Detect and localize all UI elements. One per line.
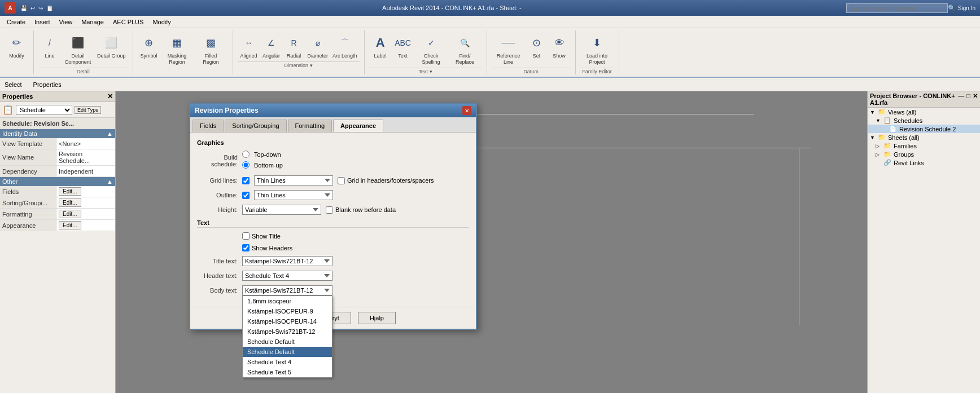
show-headers-checkbox[interactable] <box>242 244 250 251</box>
dropdown-item-4[interactable]: Schedule Default <box>243 337 332 347</box>
angular-icon: ∠ <box>262 34 281 52</box>
ribbon-btn-symbol[interactable]: ⊕ Symbol <box>138 33 160 67</box>
ribbon-btn-show[interactable]: 👁 Show <box>548 33 571 67</box>
ribbon-btn-diameter[interactable]: ⌀ Diameter <box>305 33 331 60</box>
close-icon[interactable]: ✕ <box>973 92 978 106</box>
revit-links-label: Revit Links <box>894 160 924 166</box>
select-dropdown[interactable]: Select <box>2 80 24 89</box>
sorting-grouping-value: Edit... <box>56 197 115 208</box>
dropdown-item-0[interactable]: 1.8mm isocpeur <box>243 296 332 306</box>
drawing-line-v2 <box>799 148 799 325</box>
masking-icon: ▦ <box>168 34 186 52</box>
formatting-edit-btn[interactable]: Edit... <box>59 210 81 218</box>
tree-item-families[interactable]: ▷ 📁 Families <box>868 142 980 150</box>
dropdown-item-6[interactable]: Schedule Text 4 <box>243 357 332 367</box>
tree-item-revit-links[interactable]: 🔗 Revit Links <box>868 158 980 167</box>
menu-modify[interactable]: Modify <box>148 17 175 27</box>
user-icon[interactable]: Sign In <box>958 5 975 11</box>
search-icon[interactable]: 🔍 <box>948 5 956 12</box>
tree-item-views[interactable]: ▼ 📁 Views (all) <box>868 108 980 116</box>
text-label: Text <box>398 53 408 59</box>
ribbon-btn-spelling[interactable]: ✓ Check Spelling <box>414 33 448 67</box>
bottom-up-radio[interactable] <box>242 161 250 169</box>
dialog-close-button[interactable]: ✕ <box>462 106 471 115</box>
ribbon-btn-modify[interactable]: ✏ Modify <box>6 33 28 60</box>
appearance-edit-btn[interactable]: Edit... <box>59 221 81 229</box>
show-title-checkbox[interactable] <box>242 232 250 240</box>
dropdown-item-1[interactable]: Kstämpel-ISOCPEUR-9 <box>243 306 332 316</box>
app-logo: A <box>5 2 16 14</box>
menu-insert[interactable]: Insert <box>30 17 55 27</box>
line-label: Line <box>45 53 54 59</box>
dropdown-item-5[interactable]: Schedule Default <box>243 347 332 357</box>
identity-data-toggle[interactable]: ▲ <box>107 130 113 137</box>
top-down-radio[interactable] <box>242 151 250 158</box>
ribbon-btn-load-project[interactable]: ⬇ Load into Project <box>580 33 614 67</box>
ribbon-btn-aligned[interactable]: ↔ Aligned <box>238 33 260 60</box>
outline-select[interactable]: Thin Lines <box>254 190 333 200</box>
properties-link[interactable]: Properties <box>31 80 64 89</box>
schedule-type-row: 📋 Schedule Edit Type <box>0 102 115 118</box>
tree-item-sheets[interactable]: ▼ 📁 Sheets (all) <box>868 133 980 142</box>
ribbon-btn-set[interactable]: ⊙ Set <box>526 33 548 67</box>
outline-checkbox[interactable] <box>242 192 250 199</box>
ribbon-btn-label[interactable]: A Label <box>369 33 392 67</box>
ribbon-btn-text[interactable]: ABC Text <box>392 33 414 67</box>
body-text-select[interactable]: Kstämpel-Swis721BT-12 <box>242 285 333 295</box>
blank-row-checkbox[interactable] <box>326 206 333 214</box>
dropdown-item-3[interactable]: Kstämpel-Swis721BT-12 <box>243 326 332 337</box>
tab-sorting-grouping[interactable]: Sorting/Grouping <box>225 120 286 132</box>
families-label: Families <box>894 143 917 149</box>
menu-view[interactable]: View <box>55 17 77 27</box>
ribbon-btn-detail-group[interactable]: ⬜ Detail Group <box>95 33 128 67</box>
tab-fields[interactable]: Fields <box>193 120 224 132</box>
grid-lines-checkbox[interactable] <box>242 177 250 184</box>
dropdown-item-2[interactable]: Kstämpel-ISOCPEUR-14 <box>243 316 332 326</box>
ribbon-btn-angular[interactable]: ∠ Angular <box>260 33 283 60</box>
title-text-select[interactable]: Kstämpel-Swis721BT-12 <box>242 256 333 266</box>
build-schedule-row: Build schedule: Top-down Bottom-up <box>197 151 469 171</box>
dependency-label: Dependency <box>0 166 56 176</box>
schedule-type-select[interactable]: Schedule <box>16 105 72 115</box>
tab-appearance[interactable]: Appearance <box>333 120 383 132</box>
menu-create[interactable]: Create <box>2 17 30 27</box>
appearance-row: Appearance Edit... <box>0 220 115 231</box>
ribbon-btn-radial[interactable]: R Radial <box>283 33 305 60</box>
ribbon-btn-filled[interactable]: ▩ Filled Region <box>194 33 228 67</box>
ribbon-btn-line[interactable]: / Line <box>38 33 61 67</box>
header-text-select[interactable]: Schedule Text 4 <box>242 271 333 281</box>
ribbon-btn-arc[interactable]: ⌒ Arc Length <box>330 33 360 60</box>
grid-headers-checkbox[interactable] <box>338 177 345 184</box>
tree-item-schedules[interactable]: ▼ 📋 Schedules <box>868 116 980 125</box>
ribbon-btn-ref-line[interactable]: —— Reference Line <box>492 33 526 67</box>
dropdown-item-7[interactable]: Schedule Text 5 <box>243 367 332 377</box>
title-text-row: Title text: Kstämpel-Swis721BT-12 <box>197 256 469 266</box>
height-select[interactable]: Variable <box>242 205 321 215</box>
toolbar-icon-2[interactable]: ↩ <box>30 5 35 11</box>
fields-edit-btn[interactable]: Edit... <box>59 187 81 196</box>
search-input[interactable] <box>846 3 948 13</box>
tree-item-revision-schedule[interactable]: 📄 Revision Schedule 2 <box>868 125 980 133</box>
toolbar-icon-1[interactable]: 💾 <box>20 5 27 11</box>
toolbar-icon-3[interactable]: ↪ <box>38 5 43 11</box>
toolbar-icon-4[interactable]: 📋 <box>46 5 53 11</box>
set-label: Set <box>533 53 541 59</box>
properties-panel: Properties ✕ 📋 Schedule Edit Type Schedu… <box>0 91 116 393</box>
edit-type-button[interactable]: Edit Type <box>75 106 101 114</box>
dialog-title: Revision Properties <box>195 107 259 114</box>
sorting-grouping-edit-btn[interactable]: Edit... <box>59 198 81 207</box>
maximize-icon[interactable]: □ <box>966 92 970 106</box>
tree-item-groups[interactable]: ▷ 📁 Groups <box>868 150 980 158</box>
menu-manage[interactable]: Manage <box>77 17 108 27</box>
minimize-icon[interactable]: — <box>958 92 964 106</box>
ribbon-btn-detail-comp[interactable]: ⬛ Detail Component <box>61 33 95 67</box>
properties-close-btn[interactable]: ✕ <box>107 92 113 100</box>
grid-lines-select[interactable]: Thin Lines <box>254 175 333 186</box>
modify-label: Modify <box>9 53 24 59</box>
other-toggle[interactable]: ▲ <box>107 178 113 185</box>
ribbon-btn-find[interactable]: 🔍 Find/ Replace <box>448 33 482 67</box>
help-button[interactable]: Hjälp <box>358 312 396 324</box>
tab-formatting[interactable]: Formatting <box>288 120 333 132</box>
ribbon-btn-masking[interactable]: ▦ Masking Region <box>160 33 194 67</box>
menu-aec-plus[interactable]: AEC PLUS <box>108 17 148 27</box>
